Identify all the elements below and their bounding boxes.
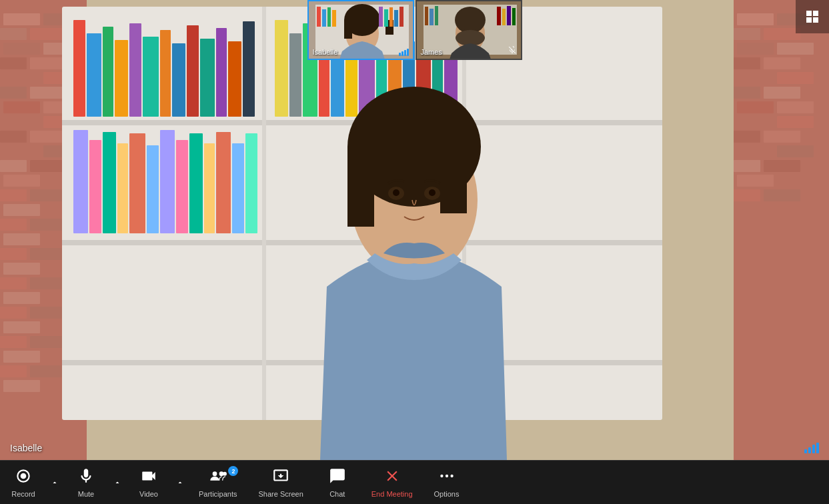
svg-rect-61 <box>87 33 101 117</box>
svg-rect-69 <box>200 39 215 117</box>
end-meeting-button[interactable]: End Meeting <box>361 461 424 504</box>
svg-rect-58 <box>262 7 266 420</box>
svg-rect-93 <box>176 140 188 233</box>
thumbnail-isabelle[interactable]: Isabelle <box>307 0 414 60</box>
end-meeting-label: End Meeting <box>371 490 413 498</box>
signal-bar-2 <box>808 447 811 453</box>
chat-button[interactable]: Chat <box>314 461 361 504</box>
video-button[interactable]: Video <box>125 461 172 504</box>
svg-rect-110 <box>777 43 814 55</box>
svg-point-169 <box>212 471 217 476</box>
thumbnail-isabelle-signal <box>399 49 409 56</box>
svg-rect-71 <box>228 41 241 117</box>
svg-rect-35 <box>30 248 67 260</box>
svg-rect-160 <box>425 7 428 25</box>
svg-rect-73 <box>275 20 288 117</box>
svg-rect-87 <box>89 140 101 233</box>
video-icon-svg <box>140 467 157 485</box>
signal-bar-3 <box>812 445 815 453</box>
thumbnail-james[interactable]: James <box>416 0 522 60</box>
svg-rect-12 <box>0 87 27 99</box>
svg-rect-111 <box>734 57 760 69</box>
thumbnail-james-muted-icon <box>508 45 517 56</box>
svg-rect-96 <box>216 132 231 233</box>
record-options-chevron[interactable] <box>47 461 63 504</box>
svg-rect-124 <box>777 145 814 157</box>
video-options-chevron[interactable] <box>172 461 188 504</box>
svg-rect-115 <box>734 87 760 99</box>
svg-rect-28 <box>3 204 40 216</box>
svg-point-137 <box>393 189 399 196</box>
svg-rect-88 <box>103 132 116 233</box>
svg-rect-121 <box>734 131 760 143</box>
svg-rect-119 <box>737 116 774 128</box>
svg-rect-89 <box>117 143 128 233</box>
thumbnail-isabelle-name: Isabelle <box>313 48 338 56</box>
svg-rect-5 <box>30 28 67 40</box>
svg-rect-2 <box>3 13 40 25</box>
record-icon-svg <box>15 467 32 485</box>
svg-rect-134 <box>440 147 467 213</box>
microphone-icon-svg <box>77 467 95 485</box>
options-button[interactable]: Options <box>424 461 470 504</box>
svg-rect-52 <box>3 380 40 392</box>
svg-rect-14 <box>3 101 40 113</box>
mute-button[interactable]: Mute <box>63 461 109 504</box>
svg-rect-151 <box>384 9 388 27</box>
svg-rect-66 <box>160 30 171 117</box>
svg-rect-64 <box>129 23 141 117</box>
svg-rect-90 <box>129 133 145 233</box>
chevron-up-mute-icon <box>113 479 121 487</box>
svg-point-173 <box>445 474 448 477</box>
record-button[interactable]: Record <box>0 461 47 504</box>
svg-rect-94 <box>189 133 203 233</box>
participants-icon <box>208 467 228 487</box>
svg-rect-4 <box>0 28 27 40</box>
share-screen-button[interactable]: Share Screen <box>247 461 313 504</box>
svg-rect-133 <box>347 147 374 227</box>
svg-rect-8 <box>0 57 27 69</box>
svg-rect-20 <box>3 145 40 157</box>
chat-label: Chat <box>329 490 345 498</box>
svg-rect-30 <box>0 219 27 231</box>
svg-rect-108 <box>764 28 800 40</box>
record-label: Record <box>11 490 35 498</box>
svg-rect-163 <box>497 7 501 25</box>
svg-rect-117 <box>737 101 774 113</box>
svg-rect-150 <box>379 7 383 27</box>
svg-rect-60 <box>73 20 85 117</box>
mute-options-chevron[interactable] <box>109 461 125 504</box>
svg-rect-38 <box>0 277 27 289</box>
svg-rect-130 <box>764 189 800 201</box>
participants-button[interactable]: 2 Participants <box>188 461 247 504</box>
toolbar: Record Mute Video <box>0 460 829 504</box>
svg-rect-86 <box>73 130 88 233</box>
svg-rect-43 <box>30 307 67 319</box>
svg-rect-31 <box>30 219 67 231</box>
svg-rect-114 <box>777 72 814 84</box>
svg-rect-67 <box>172 43 185 117</box>
svg-rect-10 <box>3 72 40 84</box>
svg-point-172 <box>440 474 443 477</box>
participants-count-badge: 2 <box>228 466 238 476</box>
main-video-area: Isabelle <box>0 0 829 460</box>
svg-rect-116 <box>764 87 800 99</box>
svg-rect-48 <box>3 351 40 363</box>
svg-rect-109 <box>737 43 774 55</box>
svg-rect-147 <box>322 9 326 27</box>
video-label: Video <box>139 490 158 498</box>
svg-rect-154 <box>399 7 403 27</box>
grid-view-button[interactable] <box>796 0 829 33</box>
svg-rect-146 <box>317 7 321 27</box>
svg-rect-126 <box>764 160 800 172</box>
svg-rect-47 <box>30 336 67 348</box>
options-label: Options <box>434 490 460 498</box>
svg-rect-164 <box>502 9 506 25</box>
svg-rect-152 <box>389 7 393 27</box>
svg-rect-112 <box>764 57 800 69</box>
svg-rect-22 <box>0 160 27 172</box>
share-screen-icon <box>271 467 290 487</box>
svg-rect-42 <box>0 307 27 319</box>
svg-rect-165 <box>507 6 511 25</box>
svg-rect-39 <box>30 277 67 289</box>
